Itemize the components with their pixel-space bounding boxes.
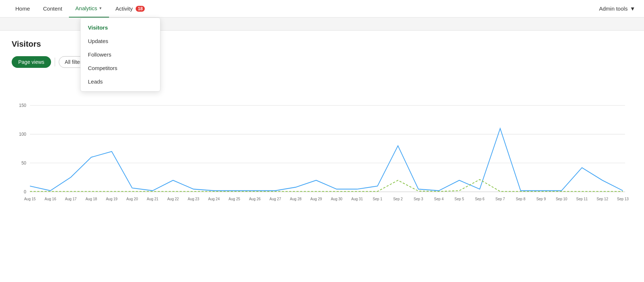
dropdown-item-updates[interactable]: Updates [81, 34, 160, 48]
admin-tools-label: Admin tools [599, 5, 628, 12]
chevron-down-icon: ▼ [99, 6, 102, 10]
svg-text:Aug 31: Aug 31 [351, 197, 363, 201]
activity-badge: 18 [136, 6, 145, 12]
svg-text:Aug 25: Aug 25 [229, 197, 240, 201]
dropdown-item-competitors[interactable]: Competitors [81, 61, 160, 75]
svg-text:Sep 4: Sep 4 [434, 197, 443, 201]
svg-text:Sep 3: Sep 3 [414, 197, 423, 201]
svg-text:Aug 17: Aug 17 [65, 197, 77, 201]
nav-content[interactable]: Content [36, 0, 69, 18]
analytics-dropdown: Visitors Updates Followers Competitors L… [80, 18, 160, 92]
nav-analytics[interactable]: Analytics ▼ [69, 0, 109, 18]
svg-text:0: 0 [24, 189, 26, 194]
nav-items: Home Content Analytics ▼ Activity 18 [9, 0, 599, 18]
svg-text:Sep 12: Sep 12 [597, 197, 608, 201]
nav-home-label: Home [15, 5, 30, 12]
svg-text:50: 50 [22, 161, 26, 166]
svg-text:Sep 10: Sep 10 [556, 197, 567, 201]
svg-text:Sep 9: Sep 9 [536, 197, 546, 201]
svg-text:Aug 21: Aug 21 [147, 197, 159, 201]
svg-text:Aug 26: Aug 26 [249, 197, 261, 201]
dropdown-item-leads[interactable]: Leads [81, 75, 160, 88]
chart-container: 0 50 100 150 Aug 15 Aug 16 Aug 17 Aug 18… [12, 77, 632, 223]
svg-text:Sep 13: Sep 13 [617, 197, 629, 201]
nav-content-label: Content [43, 5, 62, 12]
top-nav: Home Content Analytics ▼ Activity 18 Adm… [0, 0, 644, 18]
blue-line [30, 128, 623, 191]
nav-activity[interactable]: Activity 18 [109, 0, 152, 18]
dropdown-item-followers[interactable]: Followers [81, 48, 160, 61]
svg-text:Aug 22: Aug 22 [167, 197, 179, 201]
svg-text:Sep 8: Sep 8 [516, 197, 525, 201]
svg-text:100: 100 [19, 132, 26, 137]
dashed-green-line [30, 179, 623, 192]
filter-divider [55, 58, 55, 66]
svg-text:Aug 15: Aug 15 [24, 197, 36, 201]
svg-text:Aug 16: Aug 16 [44, 197, 56, 201]
svg-text:Sep 1: Sep 1 [373, 197, 382, 201]
svg-text:Sep 11: Sep 11 [576, 197, 588, 201]
svg-text:Aug 28: Aug 28 [290, 197, 302, 201]
nav-activity-label: Activity [116, 5, 133, 12]
svg-text:Sep 5: Sep 5 [454, 197, 464, 201]
svg-text:Aug 23: Aug 23 [188, 197, 199, 201]
svg-text:Aug 27: Aug 27 [269, 197, 281, 201]
svg-text:Sep 6: Sep 6 [475, 197, 484, 201]
dropdown-item-visitors[interactable]: Visitors [81, 21, 160, 34]
svg-text:Sep 7: Sep 7 [496, 197, 505, 201]
nav-home[interactable]: Home [9, 0, 36, 18]
svg-text:Aug 18: Aug 18 [85, 197, 97, 201]
svg-text:Aug 19: Aug 19 [106, 197, 117, 201]
admin-tools[interactable]: Admin tools ▼ [599, 5, 635, 12]
svg-text:Aug 29: Aug 29 [310, 197, 322, 201]
chevron-down-icon-admin: ▼ [630, 5, 635, 12]
visitors-chart: 0 50 100 150 Aug 15 Aug 16 Aug 17 Aug 18… [12, 77, 632, 223]
page-views-button[interactable]: Page views [12, 56, 51, 68]
svg-text:Aug 30: Aug 30 [331, 197, 342, 201]
svg-text:Aug 24: Aug 24 [208, 197, 220, 201]
svg-text:150: 150 [19, 103, 26, 108]
nav-analytics-label: Analytics [75, 5, 97, 11]
svg-text:Aug 20: Aug 20 [127, 197, 138, 201]
svg-text:Sep 2: Sep 2 [393, 197, 403, 201]
